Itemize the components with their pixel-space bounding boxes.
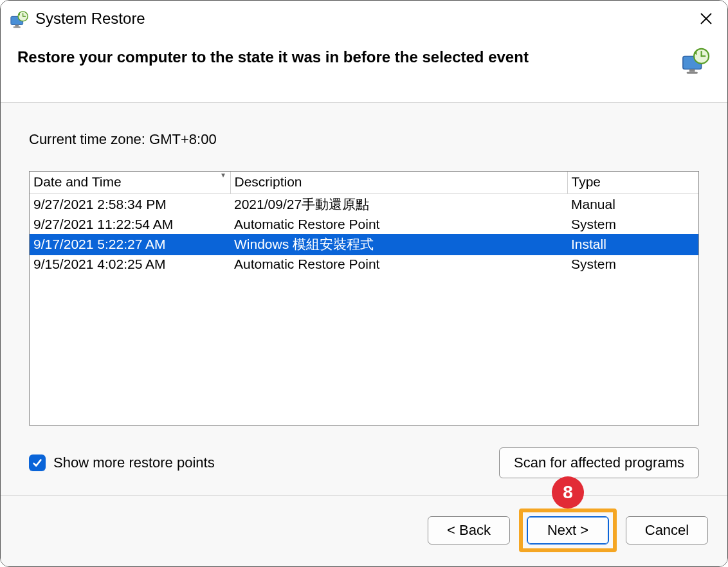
annotation-step-badge: 8: [552, 476, 584, 509]
cancel-button[interactable]: Cancel: [626, 516, 708, 544]
title-bar: System Restore: [1, 1, 727, 35]
sort-descending-icon: ▾: [221, 171, 225, 179]
column-header-description[interactable]: Description: [230, 172, 567, 194]
column-header-type[interactable]: Type: [567, 172, 698, 194]
restore-points-table[interactable]: Date and Time ▾ Description Type 9/27/20…: [29, 171, 699, 426]
restore-point-row[interactable]: 9/15/2021 4:02:25 AMAutomatic Restore Po…: [30, 255, 698, 274]
scan-affected-programs-button[interactable]: Scan for affected programs: [499, 447, 699, 478]
page-heading: Restore your computer to the state it wa…: [17, 47, 668, 67]
wizard-footer: < Back 8 Next > Cancel: [1, 495, 727, 566]
svg-rect-2: [14, 26, 21, 28]
cell-date: 9/27/2021 2:58:34 PM: [30, 194, 230, 216]
cell-date: 9/17/2021 5:22:27 AM: [30, 234, 230, 255]
column-header-description-label: Description: [235, 174, 302, 189]
restore-point-row[interactable]: 9/17/2021 5:22:27 AMWindows 模組安裝程式Instal…: [30, 234, 698, 255]
cell-date: 9/15/2021 4:02:25 AM: [30, 255, 230, 274]
cell-type: Install: [567, 234, 698, 255]
checkbox-checked-icon: [29, 455, 46, 471]
cell-type: System: [567, 215, 698, 234]
next-button-annotation-highlight: 8 Next >: [519, 509, 617, 552]
cell-desc: Windows 模組安裝程式: [230, 234, 567, 255]
below-table-row: Show more restore points Scan for affect…: [29, 447, 699, 478]
restore-point-row[interactable]: 9/27/2021 2:58:34 PM2021/09/27手動還原點Manua…: [30, 194, 698, 216]
timezone-label: Current time zone: GMT+8:00: [29, 131, 699, 148]
close-icon: [700, 12, 713, 25]
close-button[interactable]: [691, 6, 721, 32]
show-more-label: Show more restore points: [53, 455, 215, 471]
wizard-header: Restore your computer to the state it wa…: [1, 35, 727, 103]
window-title: System Restore: [35, 10, 691, 28]
cell-date: 9/27/2021 11:22:54 AM: [30, 215, 230, 234]
svg-rect-9: [689, 69, 695, 72]
cell-desc: Automatic Restore Point: [230, 255, 567, 274]
system-restore-icon: [10, 10, 29, 30]
show-more-restore-points-checkbox[interactable]: Show more restore points: [29, 455, 215, 471]
cell-desc: 2021/09/27手動還原點: [230, 194, 567, 216]
svg-rect-1: [15, 25, 19, 27]
system-restore-icon: [681, 47, 711, 76]
cell-desc: Automatic Restore Point: [230, 215, 567, 234]
next-button[interactable]: Next >: [527, 516, 609, 544]
restore-point-row[interactable]: 9/27/2021 11:22:54 AMAutomatic Restore P…: [30, 215, 698, 234]
cell-type: Manual: [567, 194, 698, 216]
column-header-date-label: Date and Time: [33, 174, 122, 189]
system-restore-dialog: System Restore Restore your computer to …: [0, 0, 728, 567]
back-button[interactable]: < Back: [428, 516, 510, 544]
svg-rect-10: [687, 72, 698, 74]
column-header-type-label: Type: [572, 174, 601, 189]
column-header-date[interactable]: Date and Time ▾: [30, 172, 230, 194]
wizard-body: Current time zone: GMT+8:00 Date and Tim…: [1, 103, 727, 495]
cell-type: System: [567, 255, 698, 274]
